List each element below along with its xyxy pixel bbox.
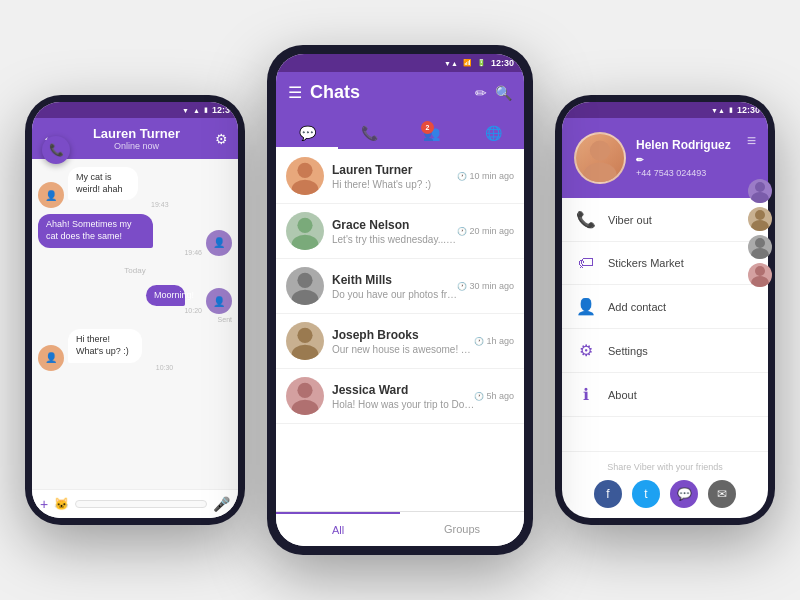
twitter-icon[interactable]: t <box>632 480 660 508</box>
chat-meta: 🕐 10 min ago <box>457 171 514 181</box>
phone-right: ▼▲ ▮ 12:30 Helen Rodriguez ✏ +44 7543 02… <box>555 95 775 525</box>
center-status-bar: ▼▲ 📶 🔋 12:30 <box>276 54 524 72</box>
menu-icon[interactable]: ☰ <box>288 83 302 102</box>
profile-info: Helen Rodriguez ✏ +44 7543 024493 <box>636 138 737 178</box>
left-chat-status: Online now <box>64 141 209 151</box>
chat-preview: Let's try this wednesday... Is that alri… <box>332 234 457 245</box>
chat-name: Lauren Turner <box>332 163 457 177</box>
message-bubble: My cat is weird! ahah <box>68 167 138 200</box>
avatar-self: 👤 <box>206 230 232 256</box>
add-icon[interactable]: + <box>40 496 48 512</box>
chat-item[interactable]: Keith Mills Do you have our photos from … <box>276 259 524 314</box>
chat-meta: 🕐 1h ago <box>474 336 514 346</box>
date-divider: Today <box>38 266 232 275</box>
sent-label: Sent <box>38 316 232 323</box>
tab-groups[interactable]: Groups <box>400 512 524 546</box>
tab-more[interactable]: 🌐 <box>462 117 524 149</box>
phone-left: ▼ ▲ ▮ 12:3 ← Lauren Turner Online now ⚙ … <box>25 95 245 525</box>
profile-phone: +44 7543 024493 <box>636 168 737 178</box>
avatar <box>286 212 324 250</box>
svg-point-14 <box>755 210 765 220</box>
message-bubble: Ahah! Sometimes my cat does the same! <box>38 214 153 247</box>
svg-point-8 <box>297 383 312 398</box>
chat-content: Lauren Turner Hi there! What's up? :) <box>332 163 457 190</box>
viber-out-icon: 📞 <box>576 210 596 229</box>
settings-item[interactable]: ⚙ Settings <box>562 329 768 373</box>
message-block: Hi there! What's up? :) 10:30 <box>68 329 173 370</box>
message-block: My cat is weird! ahah 19:43 <box>68 167 169 208</box>
chat-preview: Hi there! What's up? :) <box>332 179 457 190</box>
phone-center: ▼▲ 📶 🔋 12:30 ☰ Chats ✏ 🔍 💬 📞 <box>267 45 533 555</box>
tab-all[interactable]: All <box>276 512 400 546</box>
chat-item[interactable]: Joseph Brooks Our new house is awesome! … <box>276 314 524 369</box>
about-item[interactable]: ℹ About <box>562 373 768 417</box>
calls-icon: 📞 <box>361 125 378 141</box>
email-icon[interactable]: ✉ <box>708 480 736 508</box>
message-bubble: Hi there! What's up? :) <box>68 329 142 362</box>
svg-point-15 <box>751 220 769 231</box>
header-title: Chats <box>310 82 467 103</box>
chat-input-bar: + 🐱 🎤 <box>32 489 238 518</box>
message-row: 👤 My cat is weird! ahah 19:43 <box>38 167 232 208</box>
strip-avatar <box>748 207 772 231</box>
viber-out-item[interactable]: 📞 Viber out <box>562 198 768 242</box>
chat-content: Joseph Brooks Our new house is awesome! … <box>332 328 474 355</box>
chat-item[interactable]: Grace Nelson Let's try this wednesday...… <box>276 204 524 259</box>
viber-icon[interactable]: 💬 <box>670 480 698 508</box>
right-status-bar: ▼▲ ▮ 12:30 <box>562 102 768 118</box>
avatar-self: 👤 <box>206 288 232 314</box>
left-wifi-icon: ▲ <box>193 107 200 114</box>
right-signal-icon: ▼▲ <box>711 107 725 114</box>
avatar <box>286 267 324 305</box>
right-time: 12:30 <box>737 105 760 115</box>
message-time: 10:20 <box>146 307 202 314</box>
chat-item[interactable]: Jessica Ward Hola! How was your trip to … <box>276 369 524 424</box>
about-icon: ℹ <box>576 385 596 404</box>
share-text: Share Viber with your friends <box>572 462 758 472</box>
search-icon[interactable]: 🔍 <box>495 85 512 101</box>
chat-name: Grace Nelson <box>332 218 457 232</box>
message-time: 10:30 <box>68 364 173 371</box>
chat-content: Jessica Ward Hola! How was your trip to … <box>332 383 474 410</box>
signal-icon: ▼▲ <box>444 60 458 67</box>
svg-point-7 <box>292 345 319 360</box>
svg-point-3 <box>292 235 319 250</box>
chat-time: 🕐 10 min ago <box>457 171 514 181</box>
stickers-item[interactable]: 🏷 Stickers Market <box>562 242 768 285</box>
bottom-tabs: All Groups <box>276 511 524 546</box>
edit-icon[interactable]: ✏ <box>475 85 487 101</box>
chats-icon: 💬 <box>299 125 316 141</box>
message-input[interactable] <box>75 500 207 508</box>
profile-header: Helen Rodriguez ✏ +44 7543 024493 ≡ <box>562 118 768 198</box>
svg-point-11 <box>583 163 616 184</box>
left-battery-icon: ▮ <box>204 106 208 114</box>
facebook-icon[interactable]: f <box>594 480 622 508</box>
avatar-strip <box>747 175 775 291</box>
mic-icon[interactable]: 🎤 <box>213 496 230 512</box>
menu-dots-icon[interactable]: ≡ <box>747 132 756 150</box>
chat-preview: Hola! How was your trip to Dominican Rep… <box>332 399 474 410</box>
call-fab[interactable]: 📞 <box>42 136 70 164</box>
svg-point-12 <box>755 182 765 192</box>
tab-chats[interactable]: 💬 <box>276 117 338 149</box>
chat-item[interactable]: Lauren Turner Hi there! What's up? :) 🕐 … <box>276 149 524 204</box>
tab-calls[interactable]: 📞 <box>338 117 400 149</box>
tab-contacts[interactable]: 👥 2 <box>400 117 462 149</box>
svg-point-2 <box>297 218 312 233</box>
add-contact-item[interactable]: 👤 Add contact <box>562 285 768 329</box>
wifi-icon: 📶 <box>463 59 472 67</box>
left-header-info: Lauren Turner Online now <box>64 126 209 151</box>
chat-content: Keith Mills Do you have our photos from … <box>332 273 457 300</box>
chat-name: Jessica Ward <box>332 383 474 397</box>
svg-point-9 <box>292 400 319 415</box>
message-block: Ahah! Sometimes my cat does the same! 19… <box>38 214 202 255</box>
about-label: About <box>608 389 637 401</box>
chat-meta: 🕐 5h ago <box>474 391 514 401</box>
emoji-icon[interactable]: 🐱 <box>54 497 69 511</box>
svg-point-6 <box>297 328 312 343</box>
left-time: 12:3 <box>212 105 230 115</box>
left-chat-name: Lauren Turner <box>64 126 209 141</box>
avatar: 👤 <box>38 182 64 208</box>
svg-point-5 <box>292 290 319 305</box>
settings-icon[interactable]: ⚙ <box>215 131 228 147</box>
